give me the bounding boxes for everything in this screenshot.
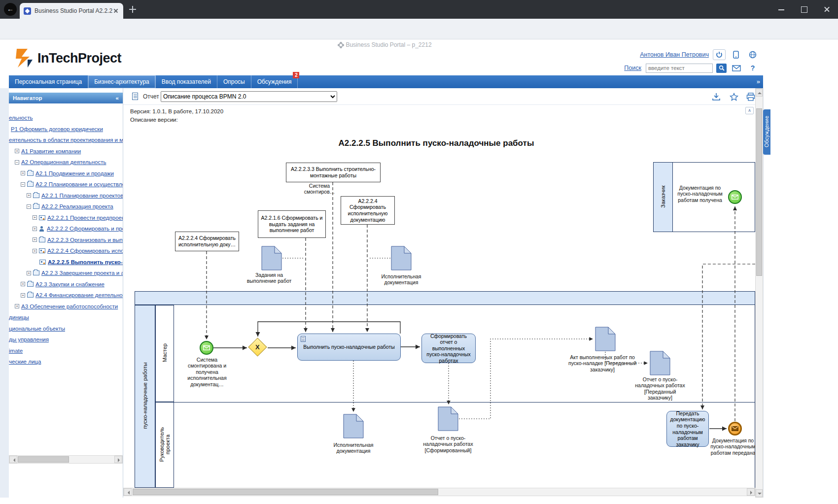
scroll-thumb[interactable] bbox=[756, 108, 762, 276]
nav-overflow-icon[interactable]: » bbox=[757, 75, 760, 88]
envelope-ic bbox=[732, 65, 741, 71]
scroll-up-button[interactable] bbox=[756, 89, 763, 97]
sidebar-item[interactable]: А2.3 Закупки и снабжение bbox=[9, 279, 123, 290]
sidebar-item[interactable]: ды управления bbox=[9, 334, 123, 345]
sidebar-item-selected[interactable]: А2.2.2.5 Выполнить пуско-налад bbox=[9, 257, 123, 268]
window-maximize-button[interactable] bbox=[793, 0, 815, 19]
sidebar-item[interactable]: А2.2.2 Реализация проекта bbox=[9, 201, 123, 212]
expand-icon[interactable] bbox=[27, 193, 31, 198]
tab-surveys[interactable]: Опросы bbox=[217, 75, 251, 88]
collapse-icon[interactable] bbox=[15, 160, 19, 165]
message-icon bbox=[732, 426, 738, 431]
doc-report-sent-shape[interactable] bbox=[650, 351, 670, 377]
start-event-system-mounted[interactable] bbox=[200, 341, 213, 355]
collapse-icon[interactable] bbox=[27, 204, 31, 209]
sidebar-item[interactable]: А2.2.2.4 Сформировать исполните bbox=[9, 245, 123, 257]
logout-button[interactable] bbox=[713, 49, 726, 60]
scroll-down-button[interactable] bbox=[756, 489, 763, 497]
sidebar-item[interactable]: Р1 Оформить договор юридически bbox=[9, 124, 123, 135]
doc-exec-lower-shape[interactable] bbox=[343, 414, 364, 440]
mail-button[interactable] bbox=[730, 63, 743, 73]
help-button[interactable]: ? bbox=[746, 63, 759, 73]
doc-act-shape[interactable] bbox=[595, 327, 616, 353]
expand-icon[interactable] bbox=[21, 293, 25, 298]
task-form-report[interactable]: Сформировать отчет о выполненных пуско-н… bbox=[421, 334, 476, 363]
expand-icon[interactable] bbox=[33, 227, 37, 231]
sidebar-item[interactable]: А2.2.1 Планирование проектов bbox=[9, 190, 123, 202]
scroll-right-button[interactable] bbox=[114, 456, 122, 463]
mobile-button[interactable] bbox=[730, 49, 742, 60]
doc-report-formed-shape[interactable] bbox=[438, 406, 458, 433]
sidebar-item[interactable]: imate bbox=[9, 345, 123, 357]
tab-close-icon[interactable] bbox=[112, 7, 119, 14]
search-input[interactable] bbox=[646, 64, 713, 73]
expand-icon[interactable] bbox=[33, 215, 37, 220]
expand-icon[interactable] bbox=[33, 249, 37, 253]
report-main: Отчет Описание процесса BPMN 2.0 bbox=[123, 88, 755, 498]
external-process-tasks[interactable]: А2.2.1.6 Сформировать и выдать задания н… bbox=[258, 210, 326, 238]
collapse-report-header-button[interactable]: ∧ bbox=[745, 107, 754, 114]
external-process-exec-doc-2[interactable]: А2.2.2.4 Сформировать исполнительную док… bbox=[175, 232, 239, 251]
external-process-exec-doc[interactable]: А2.2.2.4 Сформировать исполнительную док… bbox=[341, 196, 395, 225]
expand-icon[interactable] bbox=[15, 149, 19, 153]
browser-tab[interactable]: Business Studio Portal A2.2.2.5 bbox=[20, 3, 123, 19]
sidebar-item[interactable]: А2.2.2.1 Провести предпроектное bbox=[9, 212, 123, 224]
end-event-docs-sent[interactable] bbox=[728, 422, 742, 436]
task-transfer-docs[interactable]: Передать документацию по пуско-наладочны… bbox=[666, 411, 709, 447]
logo[interactable]: InTechProject bbox=[15, 48, 121, 68]
scroll-left-button[interactable] bbox=[9, 456, 17, 463]
user-link[interactable]: Антонов Иван Петрович bbox=[640, 51, 709, 58]
main-hscrollbar[interactable] bbox=[123, 488, 755, 496]
sidebar-item[interactable]: А1 Развитие компании bbox=[9, 146, 123, 157]
report-toolbar: Отчет Описание процесса BPMN 2.0 bbox=[123, 88, 755, 105]
scroll-left-button[interactable] bbox=[124, 488, 132, 496]
sidebar-hscrollbar[interactable] bbox=[9, 455, 123, 464]
scroll-right-button[interactable] bbox=[747, 488, 755, 496]
main-vscrollbar[interactable] bbox=[755, 88, 763, 498]
sidebar-item[interactable]: А2.2.3 Завершение проекта и анализ bbox=[9, 268, 123, 279]
note-system-mounted: Система смонтиров… bbox=[293, 183, 346, 195]
tab-personal-page[interactable]: Персональная страница bbox=[9, 75, 88, 88]
new-tab-button[interactable] bbox=[129, 6, 136, 13]
task-perform-commissioning[interactable]: Выполнить пуско-наладочные работы bbox=[297, 334, 401, 361]
window-minimize-button[interactable] bbox=[770, 0, 793, 19]
sidebar-item[interactable]: А3 Обеспечение работоспособности bbox=[9, 301, 123, 312]
expand-icon[interactable] bbox=[27, 271, 31, 275]
sidebar-item[interactable]: циональные объекты bbox=[9, 323, 123, 335]
expand-icon[interactable] bbox=[21, 282, 25, 286]
expand-icon[interactable] bbox=[33, 237, 37, 242]
discussions-badge: 2 bbox=[293, 72, 299, 78]
sidebar-item[interactable]: ельность bbox=[9, 112, 123, 124]
window-back-icon[interactable]: ← bbox=[4, 3, 17, 16]
doc-exec-upper-shape[interactable] bbox=[391, 246, 412, 272]
scroll-thumb[interactable] bbox=[18, 456, 69, 463]
sidebar-item[interactable]: А2.2.2.2 Сформировать и проанал bbox=[9, 223, 123, 235]
sidebar-item[interactable]: А2.1 Продвижение и продажи bbox=[9, 168, 123, 179]
search-button[interactable] bbox=[716, 64, 727, 73]
language-button[interactable] bbox=[746, 49, 759, 60]
sidebar-item[interactable]: А2.2.2.3 Организовать и выполнит bbox=[9, 235, 123, 246]
search-link[interactable]: Поиск bbox=[624, 65, 641, 71]
external-process-smr[interactable]: А2.2.2.3.3 Выполнить строительно-монтажн… bbox=[286, 163, 381, 182]
export-button[interactable] bbox=[710, 91, 723, 102]
tab-indicators[interactable]: Ввод показателей bbox=[156, 75, 217, 88]
sidebar-item[interactable]: еятельность в области проектирования и м… bbox=[9, 134, 123, 146]
window-close-button[interactable] bbox=[815, 0, 838, 19]
expand-icon[interactable] bbox=[15, 304, 19, 308]
sidebar-item[interactable]: А2 Операционная деятельность bbox=[9, 157, 123, 168]
sidebar-item[interactable]: А2.2 Планирование и осуществление пр bbox=[9, 179, 123, 190]
sidebar-item[interactable]: А2.4 Финансирование деятельности и р bbox=[9, 290, 123, 301]
sidebar-item[interactable]: диницы bbox=[9, 312, 123, 323]
collapse-icon[interactable] bbox=[21, 182, 25, 187]
customer-event-label: Документация по пуско-наладочным работам… bbox=[674, 185, 726, 203]
doc-tasks-shape[interactable] bbox=[261, 246, 282, 272]
favorites-button[interactable] bbox=[728, 91, 740, 102]
customer-event-received[interactable] bbox=[728, 190, 742, 204]
sidebar-collapse-icon[interactable]: « bbox=[116, 93, 119, 103]
expand-icon[interactable] bbox=[21, 171, 25, 175]
sidebar-item[interactable]: ческие лица bbox=[9, 356, 123, 368]
report-select[interactable]: Описание процесса BPMN 2.0 bbox=[161, 91, 337, 102]
scroll-thumb[interactable] bbox=[133, 489, 438, 495]
tab-business-architecture[interactable]: Бизнес-архитектура bbox=[88, 75, 156, 88]
tab-discussions[interactable]: Обсуждения 2 bbox=[251, 75, 298, 88]
